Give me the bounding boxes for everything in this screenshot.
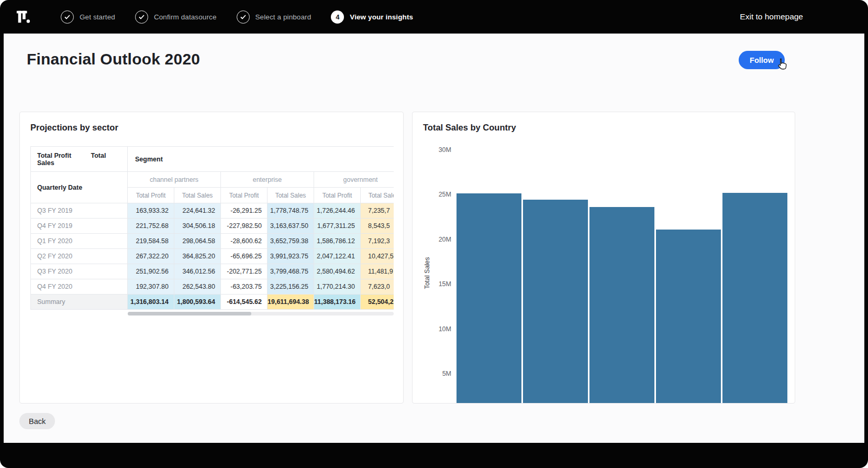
bar[interactable] [722, 193, 787, 404]
follow-button[interactable]: Follow [739, 51, 785, 69]
pivot-cell[interactable]: 8,543,5 [361, 219, 394, 234]
pivot-data-row: Q4 FY 2020192,307.80262,543.80-63,203.75… [31, 279, 394, 295]
pivot-cell[interactable]: 1,726,244.46 [314, 203, 361, 219]
pivot-cell[interactable]: 2,047,122.41 [314, 249, 361, 264]
check-circle-icon [61, 10, 74, 24]
pivot-cell[interactable]: 1,800,593.64 [174, 295, 221, 310]
pivot-cell[interactable]: 221,752.68 [128, 219, 174, 234]
pivot-card: Projections by sector Total Profit Total… [19, 112, 404, 404]
y-tick-label: 5M [442, 370, 451, 377]
pivot-cell[interactable]: -614,545.62 [221, 295, 268, 310]
segment-government[interactable]: government [314, 172, 394, 188]
pivot-data-row: Q2 FY 2020267,322.20364,825.20-65,696.25… [31, 249, 394, 264]
chart-card-title: Total Sales by Country [423, 123, 795, 133]
check-icon [139, 15, 144, 19]
y-axis-title-label: Total Sales [424, 257, 431, 289]
pivot-data-row: Q3 FY 2020251,902.56346,012.56-202,771.2… [31, 264, 394, 279]
pivot-cell[interactable]: 52,504,2 [361, 295, 394, 310]
pivot-cell[interactable]: 262,543.80 [174, 279, 221, 295]
pivot-cell[interactable]: 304,506.18 [174, 219, 221, 234]
step-number-circle: 4 [331, 10, 344, 24]
pivot-cell[interactable]: 7,623,0 [361, 279, 394, 295]
pivot-table-viewport: Total Profit Total Sales Segment Quarter… [30, 146, 394, 310]
pivot-cell[interactable]: 1,770,214.30 [314, 279, 361, 295]
bar[interactable] [656, 230, 721, 404]
pivot-cell[interactable]: 1,586,786.12 [314, 234, 361, 249]
pivot-cell[interactable]: -65,696.25 [221, 249, 268, 264]
main-content: Financial Outlook 2020 Follow Projection… [4, 34, 864, 443]
row-label[interactable]: Q3 FY 2020 [31, 264, 128, 279]
row-label[interactable]: Q4 FY 2020 [31, 279, 128, 295]
y-axis-title: Total Sales [423, 142, 431, 404]
pivot-cell[interactable]: 298,064.58 [174, 234, 221, 249]
pivot-cell[interactable]: 2,580,494.62 [314, 264, 361, 279]
step-label: View your insights [350, 13, 413, 21]
pivot-cell[interactable]: 7,235,7 [361, 203, 394, 219]
pivot-cell[interactable]: 1,677,311.25 [314, 219, 361, 234]
pivot-cell[interactable]: 346,012.56 [174, 264, 221, 279]
y-tick-label: 15M [439, 280, 451, 288]
scrollbar-thumb[interactable] [128, 312, 251, 315]
subcol-total-profit[interactable]: Total Profit [221, 188, 268, 203]
pivot-cell[interactable]: -63,203.75 [221, 279, 268, 295]
horizontal-scrollbar[interactable] [128, 312, 394, 315]
y-tick-label: 20M [439, 236, 451, 243]
pivot-cell[interactable]: 3,799,468.75 [268, 264, 314, 279]
pivot-cell[interactable]: 251,902.56 [128, 264, 174, 279]
step-confirm-datasource[interactable]: Confirm datasource [135, 10, 217, 24]
row-label[interactable]: Q4 FY 2019 [31, 219, 128, 234]
row-label[interactable]: Q3 FY 2019 [31, 203, 128, 219]
pivot-cell[interactable]: 3,163,637.50 [268, 219, 314, 234]
step-label: Get started [80, 13, 115, 21]
pivot-cell[interactable]: 3,225,156.25 [268, 279, 314, 295]
pivot-cell[interactable]: 224,641.32 [174, 203, 221, 219]
subcol-total-sales[interactable]: Total Sales [361, 188, 394, 203]
pivot-cell[interactable]: 10,427,5 [361, 249, 394, 264]
bar[interactable] [589, 207, 654, 404]
row-dimension-header[interactable]: Quarterly Date [31, 172, 128, 203]
page-title: Financial Outlook 2020 [27, 50, 200, 68]
pivot-cell[interactable]: 11,481,9 [361, 264, 394, 279]
measure-total-profit-header[interactable]: Total Profit [37, 152, 71, 159]
pivot-cell[interactable]: 19,611,694.38 [268, 295, 314, 310]
step-view-insights[interactable]: 4 View your insights [331, 10, 413, 24]
segment-channel-partners[interactable]: channel partners [128, 172, 221, 188]
pivot-cell[interactable]: 3,652,759.38 [268, 234, 314, 249]
pivot-cell[interactable]: 163,933.32 [128, 203, 174, 219]
pivot-card-title: Projections by sector [30, 123, 393, 133]
pivot-cell[interactable]: 1,778,748.75 [268, 203, 314, 219]
segment-header[interactable]: Segment [128, 147, 394, 172]
pivot-cell[interactable]: 267,322.20 [128, 249, 174, 264]
bar[interactable] [457, 193, 521, 404]
pivot-cell[interactable]: -227,982.50 [221, 219, 268, 234]
pivot-cell[interactable]: 192,307.80 [128, 279, 174, 295]
pivot-cell[interactable]: -26,291.25 [221, 203, 268, 219]
step-get-started[interactable]: Get started [61, 10, 115, 24]
pivot-body: Q3 FY 2019163,933.32224,641.32-26,291.25… [31, 203, 394, 310]
row-label[interactable]: Q1 FY 2020 [31, 234, 128, 249]
exit-to-homepage-link[interactable]: Exit to homepage [740, 12, 803, 21]
wizard-steps: Get started Confirm datasource Select a … [61, 10, 413, 24]
subcol-total-profit[interactable]: Total Profit [314, 188, 361, 203]
row-label[interactable]: Q2 FY 2020 [31, 249, 128, 264]
pivot-cell[interactable]: -28,600.62 [221, 234, 268, 249]
pivot-data-row: Q3 FY 2019163,933.32224,641.32-26,291.25… [31, 203, 394, 219]
pivot-cell[interactable]: 7,192,3 [361, 234, 394, 249]
pivot-cell[interactable]: 3,991,923.75 [268, 249, 314, 264]
row-label[interactable]: Summary [31, 295, 128, 310]
pivot-cell[interactable]: 219,584.58 [128, 234, 174, 249]
subcol-total-sales[interactable]: Total Sales [268, 188, 314, 203]
subcol-total-sales[interactable]: Total Sales [174, 188, 221, 203]
thoughtspot-logo-icon [16, 9, 31, 25]
y-tick-label: 10M [439, 325, 451, 333]
check-icon [64, 15, 70, 19]
pivot-cell[interactable]: -202,771.25 [221, 264, 268, 279]
back-button[interactable]: Back [19, 413, 55, 429]
subcol-total-profit[interactable]: Total Profit [128, 188, 174, 203]
pivot-cell[interactable]: 364,825.20 [174, 249, 221, 264]
pivot-cell[interactable]: 1,316,803.14 [128, 295, 174, 310]
pivot-cell[interactable]: 11,388,173.16 [314, 295, 361, 310]
step-select-pinboard[interactable]: Select a pinboard [237, 10, 311, 24]
segment-enterprise[interactable]: enterprise [221, 172, 314, 188]
bar[interactable] [523, 200, 588, 404]
